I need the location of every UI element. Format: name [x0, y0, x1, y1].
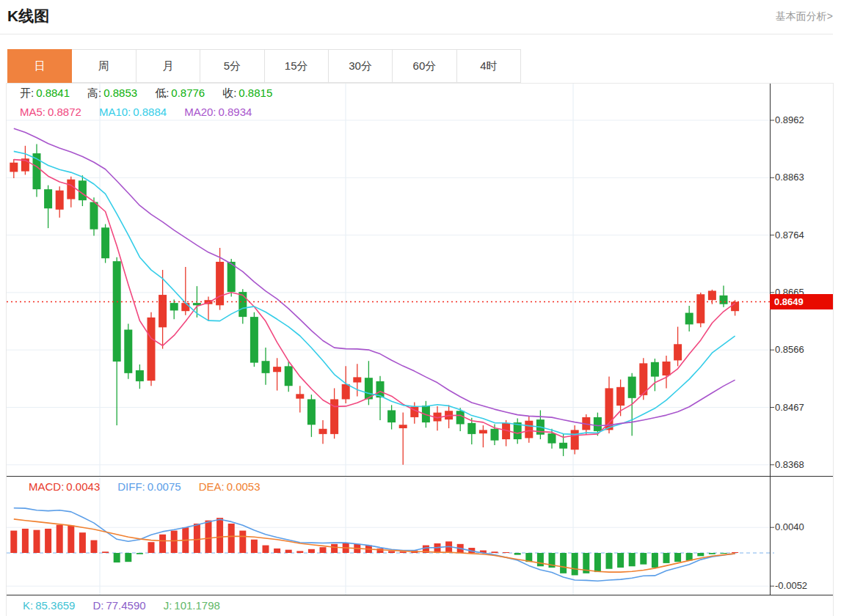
legend-item: 开:0.8841: [20, 87, 70, 100]
kline-chart-widget: 开:0.8841高:0.8853低:0.8776收:0.8815 MA5:0.8…: [6, 83, 834, 616]
page-title: K线图: [7, 6, 49, 26]
main-macd-separator: [7, 476, 834, 477]
ohlc-legend: 开:0.8841高:0.8853低:0.8776收:0.8815: [20, 87, 290, 100]
legend-item: 低:0.8776: [155, 87, 205, 100]
macd-kdj-separator: [7, 595, 834, 595]
legend-item: MA5:0.8872: [20, 106, 81, 118]
legend-item: DEA:0.0053: [199, 480, 261, 493]
legend-item: 收:0.8815: [222, 87, 272, 100]
period-tabbar: 日周月5分15分30分60分4时: [7, 49, 521, 83]
price-axis-label: 0.8566: [775, 344, 804, 355]
fundamental-analysis-link[interactable]: 基本面分析>: [776, 10, 833, 23]
tab-period-7[interactable]: 4时: [456, 49, 521, 83]
tab-period-3[interactable]: 5分: [200, 49, 264, 83]
current-price-tag: 0.8649: [770, 294, 834, 309]
legend-item: D:77.4590: [92, 599, 145, 612]
tab-period-0[interactable]: 日: [7, 49, 72, 83]
legend-item: 高:0.8853: [87, 87, 137, 100]
kline-page: { "header": { "title": "K线图", "analysis_…: [0, 0, 863, 616]
legend-item: MACD:0.0043: [29, 480, 100, 493]
macd-axis-label: -0.0052: [775, 580, 807, 591]
macd-legend: MACD:0.0043DIFF:0.0075DEA:0.0053: [29, 480, 278, 493]
tab-period-6[interactable]: 60分: [392, 49, 456, 83]
tab-period-1[interactable]: 周: [71, 49, 136, 83]
legend-item: K:85.3659: [23, 599, 75, 612]
tab-period-5[interactable]: 30分: [328, 49, 393, 83]
header-divider: [0, 34, 833, 34]
kdj-legend: K:85.3659D:77.4590J:101.1798: [23, 599, 238, 612]
price-axis-label: 0.8764: [775, 230, 804, 241]
macd-chart-canvas[interactable]: [7, 477, 834, 595]
price-axis-label: 0.8368: [775, 459, 804, 470]
tab-period-2[interactable]: 月: [136, 49, 200, 83]
price-axis-label: 0.8467: [775, 402, 804, 413]
price-chart-canvas[interactable]: [7, 84, 834, 476]
ma-legend: MA5:0.8872MA10:0.8884MA20:0.8934: [20, 106, 269, 118]
legend-item: MA20:0.8934: [184, 106, 252, 118]
y-axis-line: [770, 84, 771, 595]
tab-period-4[interactable]: 15分: [264, 49, 329, 83]
legend-item: DIFF:0.0075: [117, 480, 181, 493]
macd-axis-label: 0.0040: [775, 521, 804, 532]
price-axis-label: 0.8863: [775, 172, 804, 183]
legend-item: J:101.1798: [164, 599, 220, 612]
price-axis-label: 0.8962: [775, 114, 804, 125]
legend-item: MA10:0.8884: [99, 106, 167, 118]
